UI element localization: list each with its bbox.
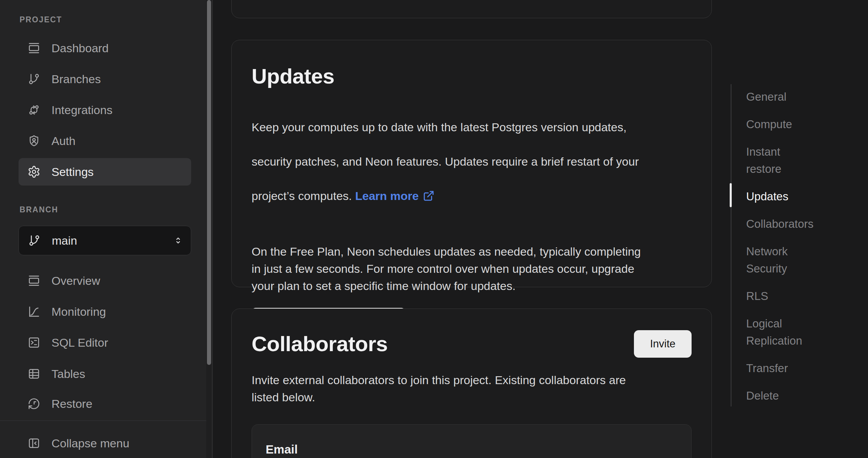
invite-button[interactable]: Invite (634, 330, 692, 358)
monitoring-icon (27, 305, 40, 318)
sidebar-item-integrations[interactable]: Integrations (19, 96, 191, 124)
learn-more-label: Learn more (355, 189, 419, 202)
sidebar-item-dashboard[interactable]: Dashboard (19, 34, 191, 62)
sidebar-item-restore[interactable]: Restore (19, 390, 191, 417)
sidebar-item-label: Overview (51, 274, 100, 288)
settings-nav-item-updates[interactable]: Updates (746, 188, 863, 205)
sidebar-divider (0, 421, 212, 421)
sidebar-item-label: Restore (51, 397, 92, 411)
restore-history-icon (27, 397, 40, 410)
updates-plan-note: On the Free Plan, Neon schedules updates… (252, 243, 692, 294)
settings-nav-item-compute[interactable]: Compute (746, 116, 863, 133)
sidebar-item-label: Branches (51, 72, 101, 86)
git-branch-icon (28, 234, 41, 247)
sidebar-item-monitoring[interactable]: Monitoring (19, 298, 191, 325)
branch-selector-value: main (52, 234, 77, 247)
settings-nav-item-collaborators[interactable]: Collaborators (746, 215, 863, 233)
sidebar-item-tables[interactable]: Tables (19, 360, 191, 388)
chevron-up-down-icon (173, 235, 183, 246)
sidebar-item-label: Settings (51, 165, 94, 179)
updates-description-line: project’s computes. Learn more (252, 187, 692, 204)
learn-more-link[interactable]: Learn more (355, 189, 435, 202)
settings-nav-item-logical-replication[interactable]: Logical Replication (746, 315, 863, 349)
sidebar-scrollbar-track[interactable] (206, 0, 212, 458)
sidebar-item-label: Dashboard (51, 42, 108, 55)
settings-nav-item-instant-restore[interactable]: Instant restore (746, 143, 863, 178)
updates-description-line: security patches, and Neon features. Upd… (252, 153, 692, 170)
sidebar-item-label: Monitoring (51, 305, 106, 319)
sidebar: PROJECT Dashboard Branches (0, 0, 213, 458)
sidebar-item-label: Tables (51, 367, 85, 381)
collaborators-card-title: Collaborators (252, 331, 388, 357)
sidebar-item-branches[interactable]: Branches (19, 65, 191, 93)
auth-shield-icon (27, 134, 40, 147)
updates-description: Keep your computes up to date with the l… (252, 101, 692, 222)
git-branch-icon (27, 72, 40, 86)
collapse-menu-button[interactable]: Collapse menu (19, 429, 191, 457)
settings-nav-item-network-security[interactable]: Network Security (746, 243, 863, 277)
sql-editor-icon (27, 336, 40, 349)
project-section-label: PROJECT (20, 15, 62, 24)
settings-nav-active-indicator (730, 183, 732, 207)
settings-nav-border (731, 84, 731, 406)
sidebar-item-label: Auth (51, 134, 76, 148)
collapse-panel-icon (27, 437, 40, 450)
settings-nav-item-transfer[interactable]: Transfer (746, 360, 863, 377)
neon-console-settings-page: PROJECT Dashboard Branches (0, 0, 868, 458)
sidebar-item-settings[interactable]: Settings (19, 158, 191, 186)
overview-icon (27, 274, 40, 287)
integrations-icon (27, 103, 40, 116)
sidebar-item-label: Integrations (51, 103, 113, 117)
collaborators-table: Email (252, 424, 692, 458)
collaborators-card: Collaborators Invite Invite external col… (231, 309, 712, 458)
dashboard-icon (27, 42, 40, 55)
external-link-icon (423, 190, 435, 202)
collaborators-card-header: Collaborators Invite (252, 330, 692, 358)
updates-description-line: Keep your computes up to date with the l… (252, 119, 692, 136)
sidebar-scrollbar-thumb[interactable] (207, 0, 211, 365)
settings-nav-item-delete[interactable]: Delete (746, 387, 863, 404)
settings-nav-item-rls[interactable]: RLS (746, 288, 863, 305)
gear-icon (27, 165, 40, 178)
branch-section-label: BRANCH (20, 205, 58, 214)
updates-card: Updates Keep your computes up to date wi… (231, 40, 712, 287)
updates-description-line3-prefix: project’s computes. (252, 189, 355, 202)
collapse-menu-label: Collapse menu (51, 437, 129, 450)
settings-section-nav: General Compute Instant restore Updates … (746, 88, 863, 415)
sidebar-item-sql-editor[interactable]: SQL Editor (19, 329, 191, 356)
settings-nav-item-general[interactable]: General (746, 88, 863, 105)
previous-card-partial (231, 0, 712, 18)
email-column-header: Email (266, 443, 678, 456)
branch-selector[interactable]: main (19, 226, 191, 255)
collaborators-description: Invite external collaborators to join th… (252, 371, 692, 406)
sidebar-item-overview[interactable]: Overview (19, 267, 191, 294)
updates-card-title: Updates (252, 63, 692, 90)
sidebar-item-label: SQL Editor (51, 336, 108, 349)
tables-icon (27, 367, 40, 380)
sidebar-item-auth[interactable]: Auth (19, 127, 191, 155)
